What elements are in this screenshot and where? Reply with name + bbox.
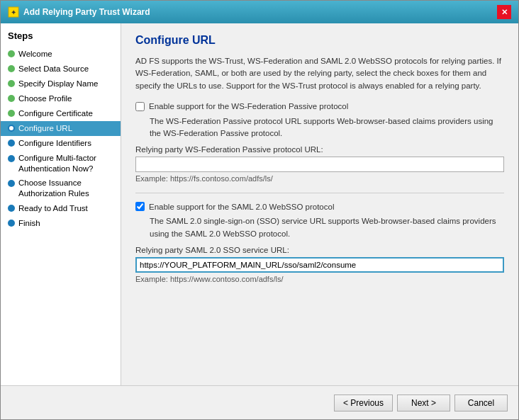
sidebar-item-choose-issuance[interactable]: Choose Issuance Authorization Rules: [1, 176, 121, 201]
wsfed-example: Example: https://fs.contoso.com/adfs/ls/: [135, 174, 504, 183]
wsfed-checkbox[interactable]: [135, 102, 145, 111]
sidebar-label-select-data-source: Select Data Source: [18, 64, 89, 74]
step-dot-configure-multifactor: [8, 155, 15, 162]
wizard-icon: ✦: [8, 6, 19, 18]
sidebar-item-ready-to-add[interactable]: Ready to Add Trust: [1, 201, 121, 216]
sidebar-item-configure-identifiers[interactable]: Configure Identifiers: [1, 136, 121, 151]
wsfed-checkbox-row: Enable support for the WS-Federation Pas…: [135, 102, 504, 111]
wsfed-url-input[interactable]: [135, 157, 504, 172]
sidebar-item-configure-certificate[interactable]: Configure Certificate: [1, 106, 121, 121]
title-bar: ✦ Add Relying Party Trust Wizard ✕: [1, 1, 518, 23]
saml-checkbox-label: Enable support for the SAML 2.0 WebSSO p…: [149, 203, 334, 211]
saml-checkbox[interactable]: [135, 202, 145, 211]
cancel-button[interactable]: Cancel: [454, 395, 508, 412]
sidebar-item-select-data-source[interactable]: Select Data Source: [1, 62, 121, 76]
sidebar-item-finish[interactable]: Finish: [1, 216, 121, 231]
sidebar-label-welcome: Welcome: [18, 49, 52, 59]
page-description: AD FS supports the WS-Trust, WS-Federati…: [135, 55, 504, 92]
saml-url-input[interactable]: [135, 257, 504, 273]
sidebar-label-ready-to-add: Ready to Add Trust: [18, 203, 88, 214]
wsfed-checkbox-label: Enable support for the WS-Federation Pas…: [149, 102, 348, 110]
sidebar-item-configure-url[interactable]: Configure URL: [1, 121, 121, 136]
section-divider: [135, 193, 504, 193]
content-area: Steps Welcome Select Data Source Specify…: [1, 23, 518, 385]
sidebar-label-configure-multifactor: Configure Multi-factor Authentication No…: [18, 153, 113, 174]
sidebar-label-choose-profile: Choose Profile: [18, 93, 72, 104]
steps-label: Steps: [1, 30, 121, 47]
step-dot-choose-issuance: [8, 180, 15, 187]
saml-section-desc: The SAML 2.0 single-sign-on (SSO) servic…: [150, 215, 504, 240]
saml-checkbox-row: Enable support for the SAML 2.0 WebSSO p…: [135, 202, 504, 211]
step-dot-ready-to-add: [8, 205, 15, 212]
previous-button[interactable]: < Previous: [334, 395, 393, 412]
sidebar-label-finish: Finish: [18, 218, 40, 229]
step-dot-specify-display-name: [8, 80, 15, 87]
sidebar: Steps Welcome Select Data Source Specify…: [1, 23, 121, 385]
main-window: ✦ Add Relying Party Trust Wizard ✕ Steps…: [0, 0, 519, 420]
sidebar-item-specify-display-name[interactable]: Specify Display Name: [1, 76, 121, 91]
window-title: Add Relying Party Trust Wizard: [23, 7, 150, 17]
sidebar-label-configure-identifiers: Configure Identifiers: [18, 138, 91, 149]
sidebar-item-choose-profile[interactable]: Choose Profile: [1, 91, 121, 106]
wsfed-section-desc: The WS-Federation Passive protocol URL s…: [150, 115, 504, 140]
step-dot-configure-certificate: [8, 110, 15, 117]
main-content: Configure URL AD FS supports the WS-Trus…: [121, 23, 518, 385]
step-dot-finish: [8, 220, 15, 227]
close-button[interactable]: ✕: [497, 5, 511, 19]
sidebar-label-specify-display-name: Specify Display Name: [18, 79, 98, 89]
page-title: Configure URL: [135, 34, 504, 47]
sidebar-label-choose-issuance: Choose Issuance Authorization Rules: [18, 178, 113, 199]
step-dot-select-data-source: [8, 65, 15, 72]
wsfed-section: Enable support for the WS-Federation Pas…: [135, 102, 504, 183]
sidebar-item-welcome[interactable]: Welcome: [1, 47, 121, 62]
sidebar-label-configure-certificate: Configure Certificate: [18, 108, 93, 119]
saml-example: Example: https://www.contoso.com/adfs/ls…: [135, 275, 504, 283]
step-dot-choose-profile: [8, 95, 15, 102]
footer: < Previous Next > Cancel: [1, 385, 518, 419]
step-dot-welcome: [8, 50, 15, 57]
step-dot-configure-identifiers: [8, 140, 15, 147]
title-bar-left: ✦ Add Relying Party Trust Wizard: [8, 6, 150, 18]
next-button[interactable]: Next >: [397, 395, 450, 412]
svg-text:✦: ✦: [11, 8, 16, 16]
sidebar-item-configure-multifactor[interactable]: Configure Multi-factor Authentication No…: [1, 151, 121, 176]
wsfed-field-label: Relying party WS-Federation Passive prot…: [135, 145, 504, 154]
sidebar-label-configure-url: Configure URL: [18, 123, 72, 134]
saml-section: Enable support for the SAML 2.0 WebSSO p…: [135, 202, 504, 283]
saml-field-label: Relying party SAML 2.0 SSO service URL:: [135, 246, 504, 254]
step-dot-configure-url: [8, 125, 15, 132]
